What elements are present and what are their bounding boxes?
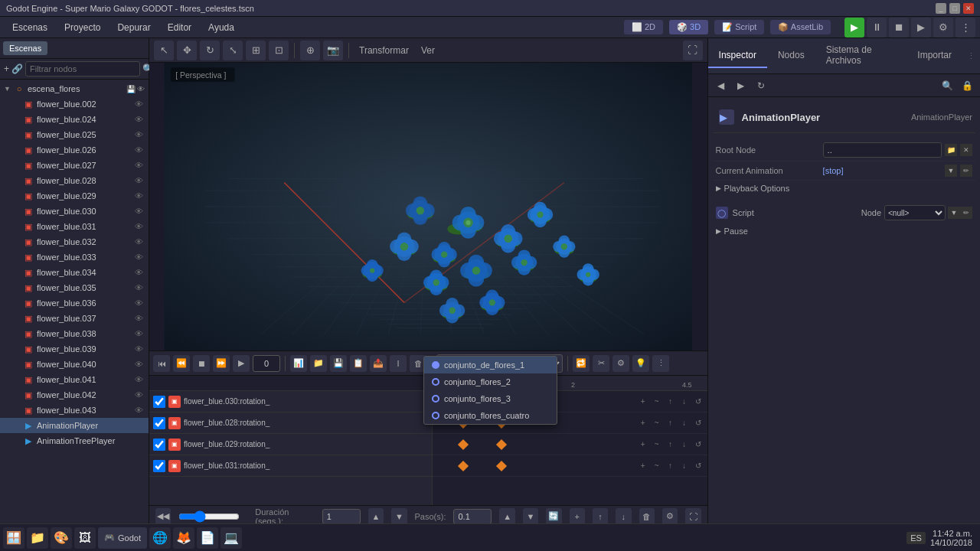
track-031-checkbox[interactable] <box>153 460 165 472</box>
insp-history-button[interactable]: ↻ <box>753 77 769 94</box>
anim-tool5[interactable]: 📤 <box>370 355 387 372</box>
section-pause[interactable]: ▶ Pause <box>713 223 975 239</box>
track-curve[interactable]: ~ <box>651 417 663 429</box>
menu-depurar[interactable]: Depurar <box>109 20 158 35</box>
insp-back-button[interactable]: ◀ <box>713 77 730 94</box>
visibility-icon[interactable]: 👁 <box>132 298 145 308</box>
pdf-button[interactable]: 📄 <box>197 527 218 549</box>
track-undo[interactable]: ↺ <box>692 417 704 429</box>
duration-up[interactable]: ▲ <box>368 508 384 525</box>
firefox-button[interactable]: 🦊 <box>173 527 194 549</box>
track-curve[interactable]: ~ <box>651 396 663 408</box>
visibility-icon[interactable]: 👁 <box>132 207 145 216</box>
tree-item-flower038[interactable]: ▣ flower_blue.038 👁 <box>0 326 149 341</box>
track-curve[interactable]: ~ <box>651 439 663 451</box>
script-select[interactable]: <null> <box>884 205 946 220</box>
visibility-icon[interactable]: 👁 <box>132 253 145 262</box>
anim-add[interactable]: + <box>570 508 585 525</box>
maximize-button[interactable]: □ <box>949 3 960 14</box>
scenes-tab[interactable]: Escenas <box>3 41 47 55</box>
anim-tool4[interactable]: 📋 <box>350 355 367 372</box>
track-down[interactable]: ↓ <box>678 417 691 429</box>
visibility-icon[interactable]: 👁 <box>132 390 145 399</box>
anim-next-button[interactable]: ⏩ <box>213 355 230 372</box>
track-up[interactable]: ↑ <box>665 460 677 472</box>
filter-input[interactable] <box>25 61 140 77</box>
insp-lock-button[interactable]: 🔒 <box>959 77 975 94</box>
root-node-pick[interactable]: 📁 <box>945 144 957 156</box>
tree-item-flower026[interactable]: ▣ flower_blue.026 👁 <box>0 142 149 158</box>
anim-time-input[interactable] <box>253 355 280 372</box>
dropdown-item-3[interactable]: conjunto_flores_3 <box>424 390 557 407</box>
tree-item-flower035[interactable]: ▣ flower_blue.035 👁 <box>0 280 149 295</box>
scale-tool[interactable]: ⤡ <box>223 41 243 60</box>
tree-item-flower042[interactable]: ▣ flower_blue.042 👁 <box>0 387 149 403</box>
tree-item-flower037[interactable]: ▣ flower_blue.037 👁 <box>0 311 149 326</box>
close-button[interactable]: ✕ <box>963 3 974 14</box>
inspector-extra-btn[interactable]: ⋮ <box>962 51 980 61</box>
select-tool[interactable]: ↖ <box>154 41 174 60</box>
tree-root-escena[interactable]: ▼ ○ escena_flores 💾 👁 <box>0 81 149 96</box>
timeline-scroll[interactable] <box>178 510 240 523</box>
viewport-tool2[interactable]: 📷 <box>323 41 343 60</box>
tree-item-flower028[interactable]: ▣ flower_blue.028 👁 <box>0 173 149 188</box>
terminal-button[interactable]: 💻 <box>220 527 242 549</box>
extra-button[interactable]: ⋮ <box>956 18 975 37</box>
duration-input[interactable] <box>322 509 361 524</box>
insp-search-button[interactable]: 🔍 <box>939 77 956 94</box>
track-up[interactable]: ↑ <box>665 396 677 408</box>
visibility-icon[interactable]: 👁 <box>132 191 145 201</box>
tree-item-flower027[interactable]: ▣ flower_blue.027 👁 <box>0 158 149 173</box>
play-scene-button[interactable]: ▶ <box>911 18 931 37</box>
start-button[interactable]: 🪟 <box>3 527 24 549</box>
root-node-clear[interactable]: ✕ <box>960 144 972 156</box>
track-add-kf[interactable]: + <box>637 460 649 472</box>
tree-item-flower030[interactable]: ▣ flower_blue.030 👁 <box>0 204 149 219</box>
eye-icon[interactable]: 👁 <box>137 85 145 93</box>
photoshop-button[interactable]: 🖼 <box>74 527 96 549</box>
tree-item-flower036[interactable]: ▣ flower_blue.036 👁 <box>0 295 149 311</box>
blender-button[interactable]: 🎨 <box>51 527 72 549</box>
anim-extra3[interactable]: ⚙ <box>612 355 629 372</box>
insp-forward-button[interactable]: ▶ <box>733 77 750 94</box>
viewport-tool1[interactable]: ⊕ <box>300 41 320 60</box>
track-down[interactable]: ↓ <box>678 439 691 451</box>
keyframe-diamond[interactable] <box>458 461 469 471</box>
anim-prev-button[interactable]: ⏪ <box>173 355 190 372</box>
anim-tool1[interactable]: 📊 <box>290 355 307 372</box>
anim-dropdown-btn[interactable]: ▼ <box>945 165 957 177</box>
keyframe-diamond[interactable] <box>496 461 507 471</box>
section-playback[interactable]: ▶ Playback Options <box>713 181 975 196</box>
step-input[interactable] <box>453 509 492 524</box>
track-down[interactable]: ↓ <box>678 460 691 472</box>
anim-extra1[interactable]: 🔁 <box>573 355 590 372</box>
minimize-button[interactable]: _ <box>936 3 946 14</box>
dropdown-item-4[interactable]: conjunto_flores_cuatro <box>424 407 557 424</box>
track-add-kf[interactable]: + <box>637 439 649 451</box>
tree-item-flower039[interactable]: ▣ flower_blue.039 👁 <box>0 341 149 357</box>
visibility-icon[interactable]: 👁 <box>132 99 145 109</box>
track-029-checkbox[interactable] <box>153 439 165 451</box>
local-tool[interactable]: ⊡ <box>269 41 289 60</box>
viewport[interactable]: ↖ ✥ ↻ ⤡ ⊞ ⊡ ⊕ 📷 Transformar Ver ⛶ <box>149 38 707 350</box>
anim-extra5[interactable]: ⋮ <box>652 355 669 372</box>
track-up[interactable]: ↑ <box>665 417 677 429</box>
link-node-button[interactable]: 🔗 <box>11 61 23 77</box>
visibility-icon[interactable]: 👁 <box>132 314 145 323</box>
menu-proyecto[interactable]: Proyecto <box>57 20 108 35</box>
script-dropdown[interactable]: ▼ <box>948 207 960 219</box>
root-node-input[interactable] <box>823 142 942 158</box>
tree-item-flower032[interactable]: ▣ flower_blue.032 👁 <box>0 234 149 249</box>
tab-filesystem[interactable]: Sistema de Archivos <box>815 38 907 73</box>
mode-3d-button[interactable]: 🎲 3D <box>669 20 708 34</box>
tree-item-flower029[interactable]: ▣ flower_blue.029 👁 <box>0 188 149 204</box>
anim-beginning-button[interactable]: ⏮ <box>153 355 170 372</box>
anim-play-button[interactable]: ▶ <box>233 355 250 372</box>
anim-settings[interactable]: ⚙ <box>662 508 678 525</box>
track-030-checkbox[interactable] <box>153 396 165 408</box>
visibility-icon[interactable]: 👁 <box>132 375 145 384</box>
tab-import[interactable]: Importar <box>906 44 962 68</box>
move-tool[interactable]: ✥ <box>177 41 197 60</box>
mode-2d-button[interactable]: ⬜ 2D <box>624 20 663 34</box>
mode-assetlib-button[interactable]: 📦 AssetLib <box>770 20 831 34</box>
